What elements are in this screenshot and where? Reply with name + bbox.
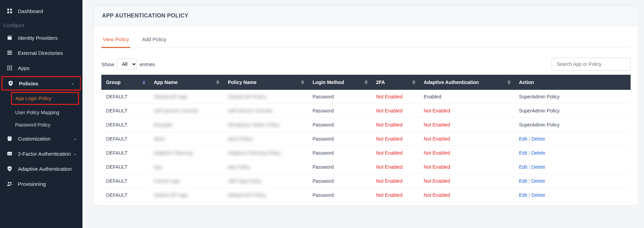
sidebar-item-label: Password Policy bbox=[15, 122, 50, 128]
sidebar-item-label: Dashboard bbox=[18, 8, 43, 14]
col-label: Login Method bbox=[313, 80, 344, 85]
col-label: 2FA bbox=[376, 80, 385, 85]
col-group[interactable]: Group bbox=[101, 75, 149, 90]
action-edit[interactable]: Edit bbox=[519, 192, 527, 198]
cell-2fa: Not Enabled bbox=[371, 90, 419, 104]
main-content: APP AUTHENTICATION POLICY View Policy Ad… bbox=[82, 0, 644, 228]
sidebar-item-dashboard[interactable]: Dashboard bbox=[0, 3, 82, 19]
entries-length-control: Show All entries bbox=[101, 59, 155, 70]
cell-login-method: Password bbox=[308, 118, 371, 132]
col-policy-name[interactable]: Policy Name bbox=[223, 75, 308, 90]
cell-policy-name: aaa Policy bbox=[223, 160, 308, 174]
svg-rect-11 bbox=[9, 68, 10, 69]
sidebar-item-apps[interactable]: Apps bbox=[0, 60, 82, 75]
col-action: Action bbox=[514, 75, 631, 90]
action-delete[interactable]: Delete bbox=[531, 192, 545, 198]
sidebar-item-external-directories[interactable]: External Directories bbox=[0, 45, 82, 60]
cell-2fa: Not Enabled bbox=[371, 160, 419, 174]
sidebar-item-provisioning[interactable]: Provisioning bbox=[0, 176, 82, 191]
cell-action: Edit|Delete bbox=[514, 160, 631, 174]
cell-2fa: Not Enabled bbox=[371, 104, 419, 118]
cell-action: SuperAdmin Policy bbox=[514, 118, 631, 132]
svg-rect-0 bbox=[7, 9, 9, 10]
sort-icon bbox=[507, 80, 511, 85]
svg-text:123: 123 bbox=[8, 153, 12, 155]
sidebar-item-label: App Login Policy bbox=[15, 96, 51, 101]
keypad-icon: 123 bbox=[6, 150, 13, 157]
sidebar-subitem-password-policy[interactable]: Password Policy bbox=[1, 119, 82, 131]
entries-select[interactable]: All bbox=[117, 59, 137, 70]
cell-group: DEFAULT bbox=[101, 160, 149, 174]
tab-view-policy[interactable]: View Policy bbox=[101, 36, 130, 48]
sidebar-item-2fa[interactable]: 123 2-Factor Authentication ⌄ bbox=[0, 146, 82, 161]
sidebar-item-label: Identity Providers bbox=[18, 35, 58, 41]
chevron-down-icon: ⌄ bbox=[71, 81, 75, 86]
sort-icon bbox=[412, 80, 416, 85]
svg-rect-7 bbox=[7, 65, 8, 67]
col-login-method[interactable]: Login Method bbox=[308, 75, 371, 90]
sidebar-subitem-user-policy-mapping[interactable]: User Policy Mapping bbox=[1, 106, 82, 119]
cell-adaptive: Not Enabled bbox=[419, 188, 514, 202]
search-input[interactable] bbox=[552, 58, 631, 71]
cell-login-method: Password bbox=[308, 132, 371, 146]
svg-rect-14 bbox=[9, 69, 10, 70]
cell-action: Edit|Delete bbox=[514, 188, 631, 202]
sidebar-item-label: Adaptive Authentication bbox=[18, 166, 72, 172]
sidebar-item-customization[interactable]: Customization ⌄ bbox=[0, 131, 82, 146]
action-superadmin: SuperAdmin Policy bbox=[519, 122, 560, 128]
sidebar-item-policies[interactable]: Policies ⌄ bbox=[1, 76, 81, 91]
svg-rect-5 bbox=[7, 52, 12, 53]
action-delete[interactable]: Delete bbox=[531, 150, 545, 156]
sidebar-item-label: Policies bbox=[19, 81, 38, 86]
col-app-name[interactable]: App Name bbox=[149, 75, 223, 90]
cell-app-name: Default API app bbox=[149, 90, 223, 104]
svg-point-25 bbox=[10, 182, 12, 184]
cell-action: Edit|Delete bbox=[514, 174, 631, 188]
sidebar-item-label: Provisioning bbox=[18, 181, 46, 187]
svg-point-21 bbox=[10, 136, 11, 137]
cell-app-name: Self Service Console bbox=[149, 104, 223, 118]
action-delete[interactable]: Delete bbox=[531, 136, 545, 142]
list-icon bbox=[6, 49, 13, 56]
cell-adaptive: Not Enabled bbox=[419, 174, 514, 188]
tab-add-policy[interactable]: Add Policy bbox=[140, 36, 168, 48]
sort-icon bbox=[216, 80, 219, 85]
col-label: Policy Name bbox=[228, 80, 256, 85]
show-label-pre: Show bbox=[101, 61, 114, 67]
sidebar-item-identity-providers[interactable]: Identity Providers bbox=[0, 30, 82, 45]
cell-group: DEFAULT bbox=[101, 146, 149, 160]
sidebar-item-label: 2-Factor Authentication bbox=[18, 151, 71, 157]
action-edit[interactable]: Edit bbox=[519, 150, 527, 156]
table-row: DEFAULTExampleWordpress SAML PolicyPassw… bbox=[101, 118, 631, 132]
action-edit[interactable]: Edit bbox=[519, 164, 527, 170]
cell-group: DEFAULT bbox=[101, 174, 149, 188]
cell-app-name: Default API app bbox=[149, 188, 223, 202]
cell-login-method: Password bbox=[308, 174, 371, 188]
table-row: DEFAULTDefault API appDefault API Policy… bbox=[101, 188, 631, 202]
cell-policy-name: abcd Policy bbox=[223, 132, 308, 146]
svg-point-20 bbox=[8, 136, 9, 137]
action-delete[interactable]: Delete bbox=[531, 178, 545, 184]
table-row: DEFAULTAdaptive PlanningAdaptive Plannin… bbox=[101, 146, 631, 160]
action-delete[interactable]: Delete bbox=[531, 164, 545, 170]
action-edit[interactable]: Edit bbox=[519, 136, 527, 142]
cell-action: SuperAdmin Policy bbox=[514, 104, 631, 118]
col-label: App Name bbox=[154, 80, 178, 85]
sidebar-subitem-app-login-policy[interactable]: App Login Policy bbox=[11, 92, 79, 105]
svg-point-24 bbox=[8, 182, 10, 184]
action-edit[interactable]: Edit bbox=[519, 178, 527, 184]
col-2fa[interactable]: 2FA bbox=[371, 75, 419, 90]
table-row: DEFAULTDefault API appDefault API Policy… bbox=[101, 90, 631, 104]
col-adaptive-auth[interactable]: Adaptive Authentication bbox=[419, 75, 514, 90]
cell-adaptive: Enabled bbox=[419, 90, 514, 104]
policies-submenu: App Login Policy User Policy Mapping Pas… bbox=[0, 92, 82, 131]
policy-tabs: View Policy Add Policy bbox=[101, 36, 631, 48]
action-superadmin: SuperAdmin Policy bbox=[519, 94, 560, 99]
cell-policy-name: JWT App Policy bbox=[223, 174, 308, 188]
table-row: DEFAULTabcdabcd PolicyPasswordNot Enable… bbox=[101, 132, 631, 146]
sidebar-item-label: Customization bbox=[18, 136, 50, 142]
svg-rect-12 bbox=[11, 68, 12, 69]
sidebar-item-adaptive-auth[interactable]: Adaptive Authentication bbox=[0, 161, 82, 176]
cell-2fa: Not Enabled bbox=[371, 118, 419, 132]
cell-adaptive: Not Enabled bbox=[419, 146, 514, 160]
